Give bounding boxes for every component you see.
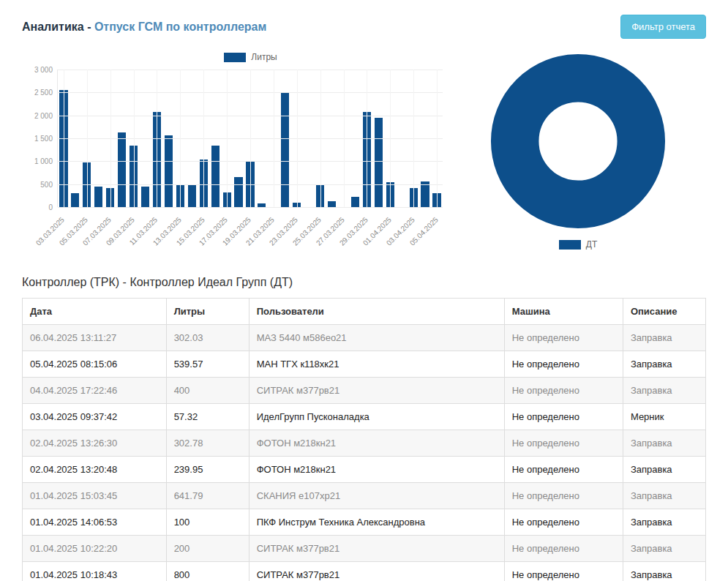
vertical-gridline xyxy=(227,70,228,207)
table-cell: Не определено xyxy=(504,509,623,536)
table-section-title: Контроллер (ТРК) - Контроллер Идеал Груп… xyxy=(22,276,706,289)
table-cell: Заправка xyxy=(623,430,705,457)
table-cell: Заправка xyxy=(623,351,705,378)
table-row: 01.04.2025 10:18:43800СИТРАК м377рв21Не … xyxy=(23,562,706,581)
filter-report-button[interactable]: Фильтр отчета xyxy=(620,15,706,39)
table-cell: Заправка xyxy=(623,483,705,509)
table-cell: 302.78 xyxy=(166,430,249,457)
vertical-gridline xyxy=(203,70,204,207)
table-cell: Не определено xyxy=(504,430,623,457)
bar-plot: 3 0002 5002 0001 5001 0005000 xyxy=(57,70,443,207)
column-header: Дата xyxy=(23,299,167,325)
bar xyxy=(94,187,102,207)
y-axis-label: 3 000 xyxy=(34,66,53,74)
table-cell: 01.04.2025 15:03:45 xyxy=(23,483,167,509)
table-cell: 06.04.2025 13:11:27 xyxy=(23,325,167,351)
table-cell: Мерник xyxy=(623,404,705,430)
liters-legend-label: Литры xyxy=(251,52,277,62)
vertical-gridline xyxy=(180,70,181,207)
table-cell: 800 xyxy=(166,562,249,581)
table-cell: 400 xyxy=(166,378,249,404)
table-cell: 57.32 xyxy=(166,404,249,430)
table-row: 01.04.2025 10:22:20200СИТРАК м377рв21Не … xyxy=(23,536,706,562)
vertical-gridline xyxy=(87,70,88,207)
table-row: 01.04.2025 15:03:45641.79СКАНИЯ е107хр21… xyxy=(23,483,706,509)
bar-plot-outer: 3 0002 5002 0001 5001 0005000 03.03.2025… xyxy=(57,70,443,260)
x-axis-ticks: 03.03.202505.03.202507.03.202509.03.2025… xyxy=(57,207,443,260)
column-header: Пользователи xyxy=(249,299,504,325)
column-header: Литры xyxy=(166,299,249,325)
vertical-gridline xyxy=(390,70,391,207)
page-header: Аналитика - Отпуск ГСМ по контроллерам Ф… xyxy=(22,15,706,39)
liters-legend-swatch xyxy=(224,53,246,62)
table-cell: 239.95 xyxy=(166,457,249,483)
table-cell: 539.57 xyxy=(166,351,249,378)
table-row: 06.04.2025 13:11:27302.03МАЗ 5440 м586ео… xyxy=(23,325,706,351)
table-cell: Заправка xyxy=(623,536,705,562)
table-cell: Не определено xyxy=(504,562,623,581)
vertical-gridline xyxy=(274,70,274,207)
table-header-row: ДатаЛитрыПользователиМашинаОписание xyxy=(23,299,706,325)
table-cell: 01.04.2025 10:22:20 xyxy=(23,536,167,562)
vertical-gridline xyxy=(367,70,367,207)
table-cell: 02.04.2025 13:20:48 xyxy=(23,457,167,483)
table-cell: МАН ТГХ к118хк21 xyxy=(249,351,504,378)
vertical-gridline xyxy=(134,70,135,207)
table-cell: Не определено xyxy=(504,378,623,404)
table-body: 06.04.2025 13:11:27302.03МАЗ 5440 м586ео… xyxy=(23,325,706,581)
table-cell: 01.04.2025 14:06:53 xyxy=(23,509,167,536)
dt-legend-label: ДТ xyxy=(586,239,597,250)
page-title: Аналитика - Отпуск ГСМ по контроллерам xyxy=(22,15,266,34)
table-head: ДатаЛитрыПользователиМашинаОписание xyxy=(23,299,706,325)
bar xyxy=(421,181,429,207)
vertical-gridline xyxy=(64,70,64,207)
bar xyxy=(375,118,383,207)
bar-chart-legend: Литры xyxy=(51,52,450,62)
donut-svg xyxy=(487,50,669,232)
bar xyxy=(165,135,173,207)
table-cell: Заправка xyxy=(623,562,705,581)
table-cell: Не определено xyxy=(504,483,623,509)
table-row: 02.04.2025 13:26:30302.78ФОТОН м218кн21Н… xyxy=(23,430,706,457)
column-header: Машина xyxy=(504,299,623,325)
data-table: ДатаЛитрыПользователиМашинаОписание 06.0… xyxy=(22,298,706,581)
table-row: 04.04.2025 17:22:46400СИТРАК м377рв21Не … xyxy=(23,378,706,404)
bar xyxy=(71,193,79,207)
table-cell: Не определено xyxy=(504,351,623,378)
page-title-main: Отпуск ГСМ по контроллерам xyxy=(94,20,266,33)
table-cell: 01.04.2025 10:18:43 xyxy=(23,562,167,581)
bar xyxy=(281,92,289,207)
table-cell: 302.03 xyxy=(166,325,249,351)
table-cell: 200 xyxy=(166,536,249,562)
bar xyxy=(351,197,359,207)
table-cell: 02.04.2025 13:26:30 xyxy=(23,430,167,457)
y-axis-label: 1 000 xyxy=(34,157,53,165)
table-cell: СИТРАК м377рв21 xyxy=(249,562,504,581)
vertical-gridline xyxy=(413,70,414,207)
table-cell: Заправка xyxy=(623,378,705,404)
table-cell: Не определено xyxy=(504,325,623,351)
table-cell: 05.04.2025 08:15:06 xyxy=(23,351,167,378)
donut-legend: ДТ xyxy=(559,239,597,250)
table-row: 05.04.2025 08:15:06539.57МАН ТГХ к118хк2… xyxy=(23,351,706,378)
table-cell: Не определено xyxy=(504,536,623,562)
y-axis-label: 2 000 xyxy=(34,111,53,119)
vertical-gridline xyxy=(250,70,251,207)
table-cell: 100 xyxy=(166,509,249,536)
y-axis-label: 2 500 xyxy=(34,89,53,97)
y-axis-label: 500 xyxy=(40,180,53,188)
table-cell: ИделГрупп Пусконаладка xyxy=(249,404,504,430)
table-cell: 641.79 xyxy=(166,483,249,509)
vertical-gridline xyxy=(110,70,111,207)
y-axis-label: 1 500 xyxy=(34,135,53,143)
bar xyxy=(188,184,196,207)
y-axis-label: 0 xyxy=(48,203,53,211)
table-cell: 03.04.2025 09:37:42 xyxy=(23,404,167,430)
table-cell: СИТРАК м377рв21 xyxy=(249,378,504,404)
table-cell: ПКФ Инструм Техника Александровна xyxy=(249,509,504,536)
bar xyxy=(211,146,219,207)
charts-row: Литры 3 0002 5002 0001 5001 0005000 03.0… xyxy=(22,49,706,260)
donut-chart: ДТ xyxy=(450,49,706,250)
donut-slice-dt xyxy=(515,78,642,205)
column-header: Описание xyxy=(623,299,705,325)
